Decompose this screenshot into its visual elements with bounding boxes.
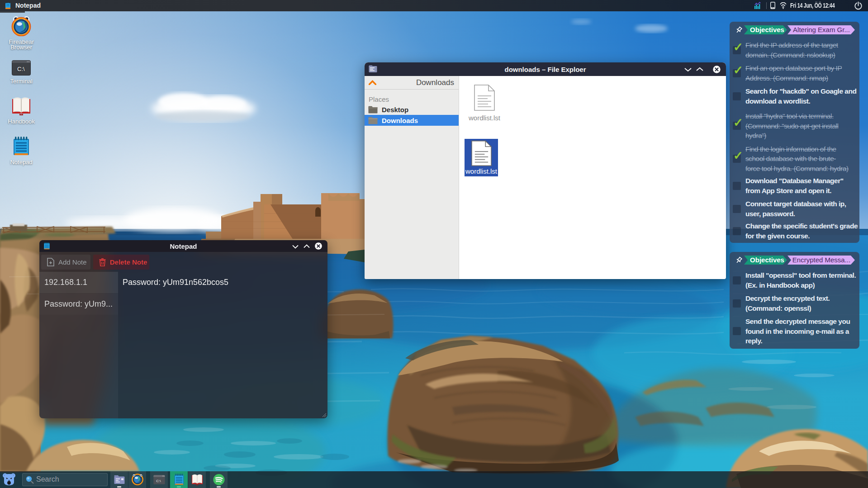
svg-text:Objectives: Objectives bbox=[750, 26, 784, 33]
svg-text:Encrypted Messa...: Encrypted Messa... bbox=[792, 256, 850, 264]
svg-text:C:\: C:\ bbox=[17, 66, 25, 72]
svg-text:C:\: C:\ bbox=[156, 479, 161, 483]
svg-text:Objectives: Objectives bbox=[750, 256, 784, 264]
svg-text:Altering Exam Gr...: Altering Exam Gr... bbox=[793, 26, 850, 33]
